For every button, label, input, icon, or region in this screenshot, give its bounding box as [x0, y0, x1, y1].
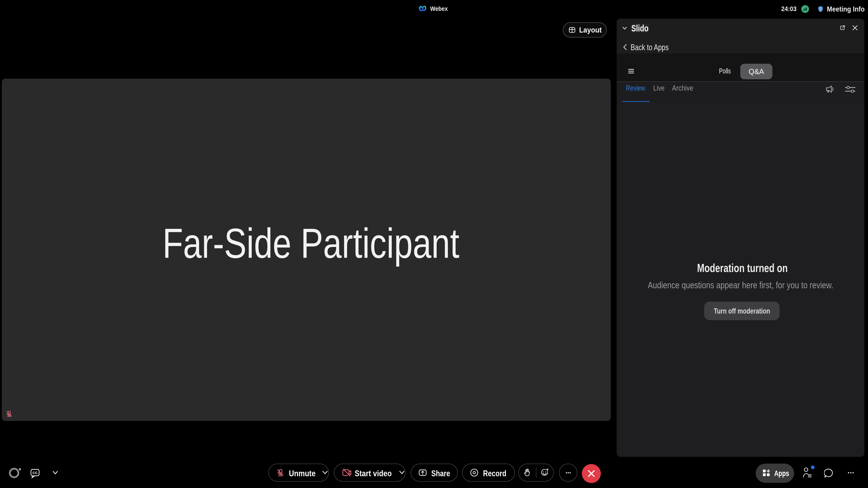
svg-text:CC: CC: [33, 471, 37, 475]
